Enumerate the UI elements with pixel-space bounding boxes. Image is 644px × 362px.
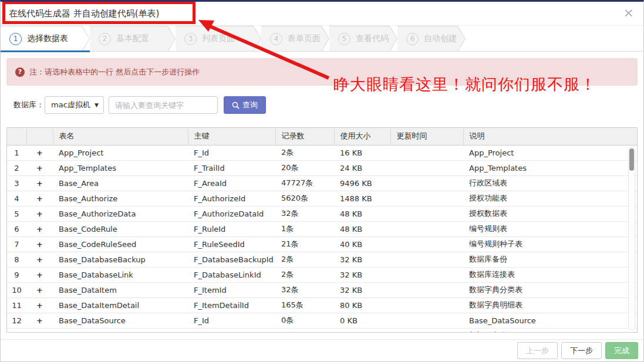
wizard-steps: 1 选择数据表 2 基本配置 3 列表页面 4 表单页面 5 查看代码 6 自动…: [1, 26, 643, 52]
next-step-button[interactable]: 下一步: [561, 342, 602, 359]
updated-time-cell: [390, 145, 463, 160]
previous-step-button[interactable]: 上一步: [517, 342, 558, 359]
row-number: 8: [7, 252, 26, 267]
expand-plus-icon[interactable]: +: [26, 236, 53, 252]
close-icon[interactable]: ×: [623, 6, 634, 19]
vertical-scrollbar[interactable]: [628, 147, 635, 330]
row-number: 12: [7, 313, 26, 328]
table-row[interactable]: 13+Base_DepartmentF_DepartmentId17条32 KB…: [7, 328, 637, 333]
record-count-cell: 0条: [275, 313, 334, 328]
expand-plus-icon[interactable]: +: [26, 221, 53, 236]
size-cell: 24 KB: [334, 160, 390, 175]
column-header: 主键: [188, 128, 275, 145]
size-cell: 48 KB: [334, 221, 390, 236]
step-tab-list-page[interactable]: 3 列表页面: [176, 26, 261, 52]
primary-key-cell: F_TrailId: [188, 160, 275, 175]
scrollbar-thumb[interactable]: [629, 148, 634, 171]
primary-key-cell: F_AuthorizeId: [188, 191, 275, 206]
record-count-cell: 5620条: [275, 191, 334, 206]
chevron-down-icon: ▼: [95, 102, 99, 108]
size-cell: 0 KB: [334, 313, 390, 328]
size-cell: 16 KB: [334, 145, 390, 160]
row-number: 13: [7, 328, 26, 333]
table-name-cell: Base_CodeRule: [53, 221, 188, 236]
table-header-row: 表名主键记录数使用大小更新时间说明: [7, 128, 637, 145]
table-name-cell: Base_Department: [53, 328, 188, 333]
table-row[interactable]: 4+Base_AuthorizeF_AuthorizeId5620条1488 K…: [7, 191, 637, 206]
updated-time-cell: [390, 160, 463, 175]
search-toolbar: 数据库： mac虚拟机 ▼ 查询: [14, 96, 643, 114]
column-header: 表名: [53, 128, 188, 145]
step-number: 1: [9, 33, 22, 45]
table-name-cell: Base_DatabaseLink: [53, 267, 188, 282]
table-row[interactable]: 6+Base_CodeRuleF_RuleId1条48 KB编号规则表: [7, 221, 637, 236]
expand-plus-icon[interactable]: +: [26, 252, 53, 267]
table-row[interactable]: 3+Base_AreaF_AreaId47727条9496 KB行政区域表: [7, 175, 637, 191]
table-row[interactable]: 5+Base_AuthorizeDataF_AuthorizeDataId32条…: [7, 206, 637, 221]
expand-plus-icon[interactable]: +: [26, 267, 53, 282]
primary-key-cell: F_RuleId: [188, 221, 275, 236]
primary-key-cell: F_DatabaseLinkId: [188, 267, 275, 282]
table-row[interactable]: 9+Base_DatabaseLinkF_DatabaseLinkId2条32 …: [7, 267, 637, 282]
step-number: 6: [406, 33, 419, 45]
row-number: 7: [7, 236, 26, 252]
table-row[interactable]: 8+Base_DatabaseBackupF_DatabaseBackupId2…: [7, 252, 637, 267]
search-input[interactable]: [109, 96, 218, 114]
expand-plus-icon[interactable]: +: [26, 282, 53, 297]
expand-plus-icon[interactable]: +: [26, 297, 53, 313]
row-number: 4: [7, 191, 26, 206]
finish-button[interactable]: 完成: [605, 342, 638, 359]
table-row[interactable]: 10+Base_DataItemF_ItemId32条32 KB数据字典分类表: [7, 282, 637, 297]
table-row[interactable]: 12+Base_DataSourceF_Id0条0 KBBase_DataSou…: [7, 313, 637, 328]
step-tab-auto-create[interactable]: 6 自动创建: [397, 26, 466, 52]
table-row[interactable]: 11+Base_DataItemDetailF_ItemDetailId165条…: [7, 297, 637, 313]
table-name-cell: Base_Area: [53, 175, 188, 191]
row-number: 2: [7, 160, 26, 175]
step-tab-view-code[interactable]: 5 查看代码: [329, 26, 397, 52]
updated-time-cell: [390, 236, 463, 252]
record-count-cell: 32条: [275, 282, 334, 297]
table-name-cell: Base_Authorize: [53, 191, 188, 206]
column-header: [7, 128, 26, 145]
table-row[interactable]: 2+App_TemplatesF_TrailId20条24 KBApp_Temp…: [7, 160, 637, 175]
table-row[interactable]: 7+Base_CodeRuleSeedF_RuleSeedId21条40 KB编…: [7, 236, 637, 252]
record-count-cell: 165条: [275, 297, 334, 313]
table-row[interactable]: 1+App_ProjectF_Id2条16 KBApp_Project: [7, 145, 637, 160]
table-name-cell: App_Project: [53, 145, 188, 160]
primary-key-cell: F_DepartmentId: [188, 328, 275, 333]
database-select[interactable]: mac虚拟机 ▼: [45, 96, 104, 114]
step-number: 3: [184, 33, 197, 45]
step-tab-form-page[interactable]: 4 表单页面: [261, 26, 329, 52]
column-header: 更新时间: [390, 128, 463, 145]
column-header: 使用大小: [334, 128, 390, 145]
expand-plus-icon[interactable]: +: [26, 160, 53, 175]
step-tab-select-table[interactable]: 1 选择数据表: [1, 26, 90, 52]
step-number: 5: [338, 33, 350, 45]
help-icon: ?: [15, 67, 25, 77]
table-name-cell: Base_DatabaseBackup: [53, 252, 188, 267]
size-cell: 32 KB: [334, 267, 390, 282]
expand-plus-icon[interactable]: +: [26, 206, 53, 221]
expand-plus-icon[interactable]: +: [26, 328, 53, 333]
table-body: 1+App_ProjectF_Id2条16 KBApp_Project2+App…: [7, 145, 637, 333]
step-tab-basic-config[interactable]: 2 基本配置: [90, 26, 176, 52]
expand-plus-icon[interactable]: +: [26, 145, 53, 160]
expand-plus-icon[interactable]: +: [26, 313, 53, 328]
expand-plus-icon[interactable]: +: [26, 191, 53, 206]
expand-plus-icon[interactable]: +: [26, 175, 53, 191]
updated-time-cell: [390, 267, 463, 282]
size-cell: 80 KB: [334, 297, 390, 313]
column-header: [26, 128, 53, 145]
row-number: 9: [7, 267, 26, 282]
search-button-label: 查询: [242, 100, 258, 110]
tables-grid: 表名主键记录数使用大小更新时间说明 1+App_ProjectF_Id2条16 …: [6, 127, 638, 333]
search-button[interactable]: 查询: [224, 96, 266, 114]
updated-time-cell: [390, 191, 463, 206]
column-header: 说明: [463, 128, 637, 145]
size-cell: 9496 KB: [334, 175, 390, 191]
updated-time-cell: [390, 206, 463, 221]
title-bar: 在线代码生成器 并自动创建代码(单表) ×: [1, 2, 643, 26]
description-cell: 授权功能表: [463, 191, 637, 206]
table-name-cell: App_Templates: [53, 160, 188, 175]
description-cell: 数据库备份: [463, 252, 637, 267]
